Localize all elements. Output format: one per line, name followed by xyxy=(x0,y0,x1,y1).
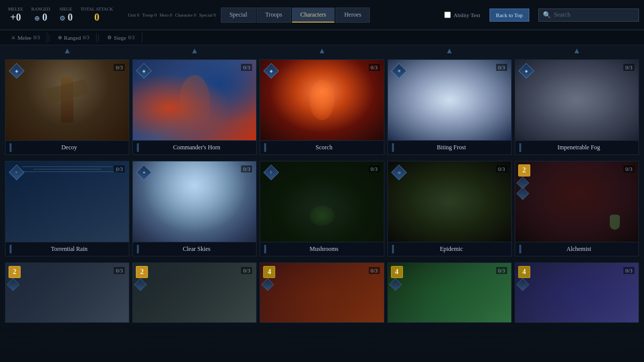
ranged-filter-label: Ranged xyxy=(64,35,81,41)
siege-stat: Siege ⚙ 0 xyxy=(55,7,76,23)
arrow-row: ▲ ▲ ▲ ▲ ▲ xyxy=(5,45,639,56)
stats-section: Melee +0 Ranged ⊕ 0 Siege ⚙ 0 Total Atta… xyxy=(5,7,121,23)
siege-filter-label: Siege xyxy=(114,35,126,41)
ranged-stat: Ranged ⊕ 0 xyxy=(30,7,51,23)
sub-stats: Unit 0 Troop 0 Hero 0 Character 0 Specia… xyxy=(128,13,216,18)
card-r3c3-strength: 4 xyxy=(263,266,275,278)
character-stat: Character 0 xyxy=(175,13,196,18)
divider-2: | xyxy=(97,34,100,42)
card-epidemic[interactable]: ☠ 0/3 Epidemic xyxy=(387,161,512,256)
card-decoy[interactable]: ◆ 0/3 Decoy xyxy=(5,59,129,155)
ranged-icon: ⊕ xyxy=(58,35,62,40)
arrow-1[interactable]: ▲ xyxy=(5,46,129,55)
card-horn-namebar: Commander's Horn xyxy=(133,140,256,154)
card-frost-count: 0/3 xyxy=(496,64,507,71)
filter-row: ⚔ Melee 0/3 | ⊕ Ranged 0/3 | ⚙ Siege 0/3 xyxy=(0,30,644,45)
ranged-label: Ranged xyxy=(31,7,50,12)
card-rain-art: ≡ 0/3 xyxy=(6,161,129,242)
card-r3c5[interactable]: 4 0/3 xyxy=(515,262,639,323)
nav-special[interactable]: Special xyxy=(221,8,256,23)
arrow-5[interactable]: ▲ xyxy=(515,46,639,55)
nav-heroes[interactable]: Heroes xyxy=(336,8,370,23)
filter-melee[interactable]: ⚔ Melee 0/3 xyxy=(4,33,47,43)
card-r3c2-count: 0/3 xyxy=(241,267,252,274)
card-mushrooms-namebar: Mushrooms xyxy=(260,242,383,256)
filter-siege[interactable]: ⚙ Siege 0/3 xyxy=(100,33,142,43)
back-to-top-button[interactable]: Back to Top xyxy=(490,9,529,22)
total-attack-value: 0 xyxy=(94,12,99,23)
card-clear-skies[interactable]: ✦ 0/3 Clear Skies xyxy=(132,161,257,256)
ranged-value: ⊕ 0 xyxy=(34,12,47,23)
card-rain-namebar: Torrential Rain xyxy=(6,242,129,256)
card-alchemist-art: 2 0/3 xyxy=(515,161,638,242)
ability-text-label: Ability Text xyxy=(453,12,480,18)
cards-row-1: ◆ 0/3 Decoy ◆ 0/3 xyxy=(5,56,639,158)
card-torrential-rain[interactable]: ≡ 0/3 Torrential Rain xyxy=(5,161,129,256)
card-r3c1-art: 2 0/3 xyxy=(6,263,129,322)
card-r3c3[interactable]: 4 0/3 xyxy=(260,262,384,323)
card-mushrooms-badge: † xyxy=(264,165,278,179)
melee-count: 0/3 xyxy=(33,35,40,40)
ranged-count: 0/3 xyxy=(83,35,90,40)
card-r3c3-sub-icons xyxy=(263,280,272,289)
total-attack-label: Total Attack xyxy=(80,7,113,12)
ability-text-checkbox[interactable] xyxy=(444,12,451,18)
nav-troops[interactable]: Troops xyxy=(257,8,291,23)
siege-count: 0/3 xyxy=(128,35,135,40)
melee-icon: ⚔ xyxy=(11,35,16,40)
card-frost-badge: ❄ xyxy=(392,64,406,78)
main-content: ▲ ▲ ▲ ▲ ▲ ◆ 0/3 Decoy xyxy=(0,45,644,362)
card-r3c1-strength: 2 xyxy=(9,266,21,278)
card-r3c1-sub-icons xyxy=(9,280,18,289)
card-r3c4-count: 0/3 xyxy=(496,267,507,274)
card-scorch-count: 0/3 xyxy=(369,64,380,71)
card-mushrooms-count: 0/3 xyxy=(369,165,380,172)
r3c2-icon-1 xyxy=(134,278,146,291)
card-biting-frost[interactable]: ❄ 0/3 Biting Frost xyxy=(387,59,512,155)
nav-characters[interactable]: Characters xyxy=(292,8,335,23)
card-r3c4-sub-icons xyxy=(391,280,400,289)
card-scorch-namebar: Scorch xyxy=(260,140,383,154)
r3c3-icon-1 xyxy=(262,278,274,291)
card-biting-frost-art: ❄ 0/3 xyxy=(388,60,511,140)
card-r3c4[interactable]: 4 0/3 xyxy=(387,262,512,323)
card-clear-skies-count: 0/3 xyxy=(241,165,252,172)
arrow-3[interactable]: ▲ xyxy=(260,46,384,55)
card-alchemist-strength: 2 xyxy=(518,164,530,176)
card-r3c1[interactable]: 2 0/3 xyxy=(5,262,129,323)
card-r3c2-sub-icons xyxy=(136,280,145,289)
card-alchemist[interactable]: 2 0/3 Alchemist xyxy=(515,161,639,256)
card-alchemist-name: Alchemist xyxy=(523,245,634,253)
card-scorch-art: ◆ 0/3 xyxy=(260,60,383,140)
card-commanders-horn[interactable]: ◆ 0/3 Commander's Horn xyxy=(132,59,257,155)
cards-row-3: 2 0/3 2 0/3 xyxy=(5,259,639,326)
divider-1: | xyxy=(47,34,51,42)
card-r3c5-sub-icons xyxy=(518,280,527,289)
siege-icon: ⚙ xyxy=(107,35,112,40)
card-commanders-horn-art: ◆ 0/3 xyxy=(133,60,256,140)
card-impenetrable-fog[interactable]: ◆ 0/3 Impenetrable Fog xyxy=(515,59,639,155)
card-clear-skies-badge: ✦ xyxy=(137,165,151,179)
card-rain-name: Torrential Rain xyxy=(14,245,125,253)
card-r3c2[interactable]: 2 0/3 xyxy=(132,262,257,323)
troop-stat: Troop 0 xyxy=(142,13,156,18)
card-fog-count: 0/3 xyxy=(623,64,634,71)
hero-stat: Hero 0 xyxy=(159,13,172,18)
card-horn-count: 0/3 xyxy=(241,64,252,71)
siege-value: ⚙ 0 xyxy=(59,12,73,23)
r3c1-icon-1 xyxy=(7,278,19,291)
arrow-4[interactable]: ▲ xyxy=(387,46,512,55)
card-clear-skies-name: Clear Skies xyxy=(141,245,252,253)
search-input[interactable] xyxy=(554,11,634,19)
card-r3c3-count: 0/3 xyxy=(369,267,380,274)
filter-ranged[interactable]: ⊕ Ranged 0/3 xyxy=(51,33,97,43)
card-scorch[interactable]: ◆ 0/3 Scorch xyxy=(260,59,384,155)
card-mushrooms-name: Mushrooms xyxy=(268,245,379,253)
card-mushrooms[interactable]: † 0/3 Mushrooms xyxy=(260,161,384,256)
nav-buttons: Special Troops Characters Heroes xyxy=(221,8,370,23)
cards-row-2: ≡ 0/3 Torrential Rain ✦ 0/3 xyxy=(5,158,639,259)
card-epidemic-namebar: Epidemic xyxy=(388,242,511,256)
arrow-2[interactable]: ▲ xyxy=(132,46,257,55)
card-frost-namebar: Biting Frost xyxy=(388,140,511,154)
card-epidemic-badge: ☠ xyxy=(392,165,406,179)
